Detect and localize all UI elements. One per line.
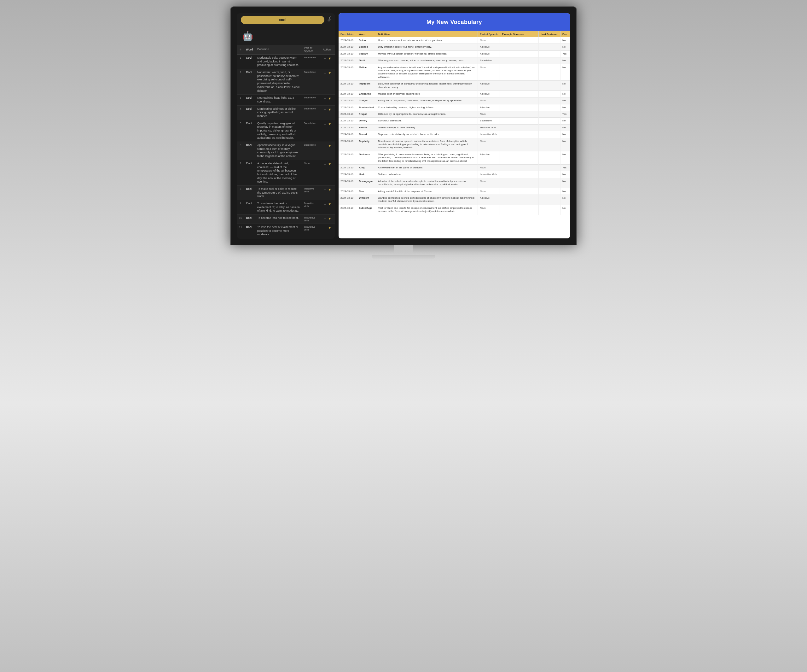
right-row-example [500, 188, 539, 195]
col-header-definition: Definition [255, 45, 302, 55]
right-table-row: 2024-03-10 Bombastical Characterized by … [339, 104, 570, 111]
right-table-row: 2024-03-10 Czar A king; a chief; the tit… [339, 188, 570, 195]
right-row-definition: Sorrowful; distressful. [376, 118, 478, 124]
right-row-definition: Making dear or beloved; causing love. [376, 90, 478, 97]
right-row-word: Squalid [357, 44, 376, 50]
left-row-word: Cool [244, 105, 255, 120]
left-row-num: 1 [237, 55, 244, 69]
add-icon[interactable]: ＋ [323, 202, 327, 206]
right-row-pos: Adjective [478, 195, 500, 205]
left-row-action[interactable]: ＋ ♥ [321, 215, 335, 224]
right-table-row: 2024-03-10 Vagrant Moving without certai… [339, 50, 570, 57]
right-row-fav: No [561, 90, 570, 97]
right-row-example [500, 104, 539, 111]
left-row-word: Cool [244, 185, 255, 200]
add-icon[interactable]: ＋ [323, 187, 327, 192]
left-table-row: 1 Cool Moderately cold; between warm and… [237, 55, 335, 69]
add-icon[interactable]: ＋ [323, 107, 327, 111]
right-row-date: 2024-03-10 [339, 138, 357, 151]
right-row-pos: Noun [478, 64, 500, 81]
left-row-num: 10 [237, 215, 244, 224]
favorite-icon[interactable]: ♥ [329, 108, 331, 111]
right-row-fav: No [561, 81, 570, 91]
add-icon[interactable]: ＋ [323, 162, 327, 166]
right-row-date: 2024-03-10 [339, 44, 357, 50]
right-panel: My New Vocabulary Date Added Word Defini… [339, 13, 570, 238]
right-row-pos: Adjective [478, 151, 500, 164]
right-table-row: 2024-03-10 Codger A singular or odd pers… [339, 97, 570, 104]
right-table-row: 2024-03-10 Squalid Dirty through neglect… [339, 44, 570, 50]
right-row-word: Czar [357, 188, 376, 195]
left-row-action[interactable]: ＋ ♥ [321, 160, 335, 185]
moon-icon[interactable]: ☾ [329, 16, 332, 20]
favorite-icon[interactable]: ♥ [329, 188, 331, 191]
favorite-icon[interactable]: ♥ [329, 144, 331, 148]
favorite-icon[interactable]: ♥ [329, 226, 331, 230]
left-row-definition: To make cool or cold; to reduce the temp… [255, 185, 302, 200]
left-row-action[interactable]: ＋ ♥ [321, 142, 335, 160]
right-row-example [500, 205, 539, 215]
left-row-action[interactable]: ＋ ♥ [321, 200, 335, 215]
right-vocabulary-table: Date Added Word Definition Part of Speec… [339, 31, 570, 215]
left-row-action[interactable]: ＋ ♥ [321, 224, 335, 238]
favorite-icon[interactable]: ♥ [329, 96, 331, 100]
favorite-icon[interactable]: ♥ [329, 217, 331, 220]
add-icon[interactable]: ＋ [323, 216, 327, 221]
add-icon[interactable]: ＋ [323, 122, 327, 126]
add-icon[interactable]: ＋ [323, 225, 327, 230]
screen-content: cool ☼ ☾ 🤖 # Word Definition Part of Spe… [237, 13, 570, 238]
add-icon[interactable]: ＋ [323, 71, 327, 75]
left-row-word: Cool [244, 142, 255, 160]
add-icon[interactable]: ＋ [323, 56, 327, 60]
add-icon[interactable]: ＋ [323, 143, 327, 148]
right-row-pos: Superlative [478, 118, 500, 124]
left-panel: cool ☼ ☾ 🤖 # Word Definition Part of Spe… [237, 13, 335, 238]
right-table-row: 2024-03-10 Peruse To read through; to re… [339, 124, 570, 131]
left-row-action[interactable]: ＋ ♥ [321, 69, 335, 95]
right-row-date: 2024-03-10 [339, 64, 357, 81]
favorite-icon[interactable]: ♥ [329, 162, 331, 166]
right-row-word: Impudent [357, 81, 376, 91]
left-row-pos: Noun [302, 160, 321, 185]
right-row-word: Endearing [357, 90, 376, 97]
right-row-fav: No [561, 188, 570, 195]
right-row-lastrev [539, 50, 561, 57]
left-row-definition: Moderately cold; between warm and cold; … [255, 55, 302, 69]
right-row-pos: Noun [478, 111, 500, 118]
left-table-row: 7 Cool A moderate state of cold; coolnes… [237, 160, 335, 185]
search-input[interactable]: cool [241, 16, 324, 24]
left-row-pos: Transitive Verb [302, 200, 321, 215]
right-row-word: Ornery [357, 118, 376, 124]
left-row-action[interactable]: ＋ ♥ [321, 95, 335, 105]
right-row-fav: No [561, 64, 570, 81]
right-row-pos: Noun [478, 164, 500, 171]
left-row-action[interactable]: ＋ ♥ [321, 55, 335, 69]
col-header-num: # [237, 45, 244, 55]
col-header-example: Example Sentence [500, 31, 539, 37]
right-row-date: 2024-03-10 [339, 50, 357, 57]
favorite-icon[interactable]: ♥ [329, 202, 331, 206]
left-row-num: 6 [237, 142, 244, 160]
right-row-definition: Characterized by bombast; high-sounding;… [376, 104, 478, 111]
right-row-word: Codger [357, 97, 376, 104]
right-table-row: 2024-03-10 Hark To listen; to hearken. I… [339, 171, 570, 178]
left-row-action[interactable]: ＋ ♥ [321, 185, 335, 200]
right-row-date: 2024-03-10 [339, 164, 357, 171]
right-row-lastrev [539, 178, 561, 188]
right-row-word: Demagogue [357, 178, 376, 188]
right-row-definition: Of or pertaining to an omen or to omens;… [376, 151, 478, 164]
right-row-pos: Noun [478, 178, 500, 188]
favorite-icon[interactable]: ♥ [329, 71, 331, 75]
left-row-word: Cool [244, 120, 255, 141]
left-row-action[interactable]: ＋ ♥ [321, 120, 335, 141]
left-row-word: Cool [244, 69, 255, 95]
left-row-definition: Applied facetiously, in a vague sense, t… [255, 142, 302, 160]
favorite-icon[interactable]: ♥ [329, 122, 331, 126]
left-row-action[interactable]: ＋ ♥ [321, 105, 335, 120]
right-row-fav: No [561, 97, 570, 104]
favorite-icon[interactable]: ♥ [329, 57, 331, 60]
right-row-example [500, 178, 539, 188]
add-icon[interactable]: ＋ [323, 96, 327, 101]
right-table-row: 2024-03-10 King A crowned man in the gam… [339, 164, 570, 171]
left-header: cool ☼ ☾ [237, 13, 335, 27]
